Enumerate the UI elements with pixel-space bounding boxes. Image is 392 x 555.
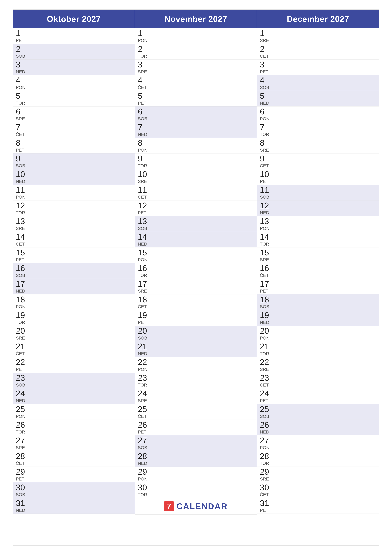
day-row: 11PON: [13, 185, 135, 200]
day-row: 28TOR: [257, 451, 379, 467]
day-number: 14: [138, 233, 150, 241]
day-number: 23: [138, 374, 150, 382]
day-name: SOB: [16, 273, 29, 278]
day-name: SRE: [16, 336, 29, 340]
day-row: 29PON: [135, 467, 257, 482]
brand-footer: 7 CALENDAR: [135, 498, 257, 515]
day-name: NED: [16, 508, 29, 513]
day-name: SRE: [260, 477, 272, 481]
day-row: 21NED: [135, 341, 257, 357]
day-number: 10: [138, 170, 150, 178]
day-name: ČET: [138, 305, 150, 309]
day-row: 26NED: [257, 420, 379, 435]
day-number: 7: [16, 123, 29, 131]
day-row: 28NED: [135, 451, 257, 467]
day-name: NED: [16, 399, 29, 403]
day-row: 25SOB: [257, 404, 379, 420]
day-number: 15: [16, 248, 29, 257]
day-number: 25: [138, 405, 150, 413]
svg-text:7: 7: [167, 502, 171, 510]
day-name: ČET: [16, 242, 29, 246]
day-name: PET: [260, 399, 272, 403]
day-name: PON: [138, 148, 150, 152]
day-number: 15: [138, 248, 150, 257]
day-name: PON: [260, 226, 272, 231]
day-number: 4: [16, 76, 29, 84]
day-number: 14: [16, 233, 29, 241]
day-row: 25PON: [13, 404, 135, 420]
day-row: 24PET: [257, 388, 379, 404]
day-name: PET: [260, 289, 272, 293]
day-number: 24: [16, 389, 29, 398]
day-row: 2ČET: [257, 44, 379, 59]
day-number: 8: [260, 139, 272, 147]
day-number: 17: [16, 280, 29, 288]
day-row: 21TOR: [257, 341, 379, 357]
day-row: 4SOB: [257, 75, 379, 91]
day-name: NED: [16, 179, 29, 184]
day-name: NED: [138, 461, 150, 466]
day-row: 26PET: [135, 420, 257, 435]
day-number: 1: [260, 29, 272, 37]
day-row: 19NED: [257, 310, 379, 326]
day-row: 22SRE: [257, 357, 379, 373]
day-number: 4: [138, 76, 150, 84]
day-number: 26: [260, 421, 272, 429]
day-number: 27: [16, 436, 29, 445]
day-name: ČET: [16, 351, 29, 356]
day-number: 15: [260, 248, 272, 257]
day-number: 12: [138, 201, 150, 210]
day-name: NED: [16, 289, 29, 293]
day-name: SRE: [260, 258, 272, 262]
day-number: 18: [260, 295, 272, 304]
day-name: PET: [260, 508, 272, 513]
day-row: 30ČET: [257, 482, 379, 498]
day-row: 3SRE: [135, 59, 257, 75]
day-number: 4: [260, 76, 272, 84]
day-row: 7TOR: [257, 122, 379, 138]
day-name: PET: [16, 148, 29, 152]
day-name: ČET: [260, 164, 272, 168]
day-name: TOR: [138, 492, 150, 497]
day-name: TOR: [138, 54, 150, 58]
day-name: PET: [138, 211, 150, 215]
day-row: 27SRE: [13, 435, 135, 451]
day-name: NED: [138, 351, 150, 356]
day-number: 8: [138, 139, 150, 147]
day-name: SOB: [16, 54, 29, 58]
day-row: 17PET: [257, 279, 379, 294]
day-name: SOB: [260, 414, 272, 419]
day-name: TOR: [260, 461, 272, 466]
days-container-1: 1PON2TOR3SRE4ČET5PET6SOB7NED8PON9TOR10SR…: [135, 28, 257, 545]
day-name: PON: [260, 445, 272, 450]
day-number: 18: [16, 295, 29, 304]
day-row: 24NED: [13, 388, 135, 404]
day-name: PET: [16, 38, 29, 43]
day-number: 14: [260, 233, 272, 241]
day-name: NED: [260, 320, 272, 325]
day-name: TOR: [138, 273, 150, 278]
day-name: SOB: [138, 445, 150, 450]
day-name: SRE: [16, 226, 29, 231]
month-header-1: November 2027: [135, 10, 257, 28]
day-name: PON: [16, 85, 29, 90]
page: Oktober 20271PET2SOB3NED4PON5TOR6SRE7ČET…: [0, 0, 392, 555]
month-column-0: Oktober 20271PET2SOB3NED4PON5TOR6SRE7ČET…: [13, 10, 135, 545]
day-name: PON: [16, 305, 29, 309]
day-number: 28: [260, 452, 272, 460]
day-number: 27: [138, 436, 150, 445]
day-row: 23TOR: [135, 373, 257, 388]
day-number: 28: [16, 452, 29, 460]
day-number: 24: [260, 389, 272, 398]
day-name: TOR: [16, 430, 29, 434]
days-container-2: 1SRE2ČET3PET4SOB5NED6PON7TOR8SRE9ČET10PE…: [257, 28, 379, 545]
day-number: 16: [260, 264, 272, 272]
day-row: 11SOB: [257, 185, 379, 200]
day-row: 31PET: [257, 498, 379, 514]
day-number: 6: [138, 107, 150, 116]
day-name: SOB: [16, 383, 29, 387]
day-name: ČET: [260, 273, 272, 278]
day-number: 16: [16, 264, 29, 272]
month-header-0: Oktober 2027: [13, 10, 135, 28]
day-number: 16: [138, 264, 150, 272]
